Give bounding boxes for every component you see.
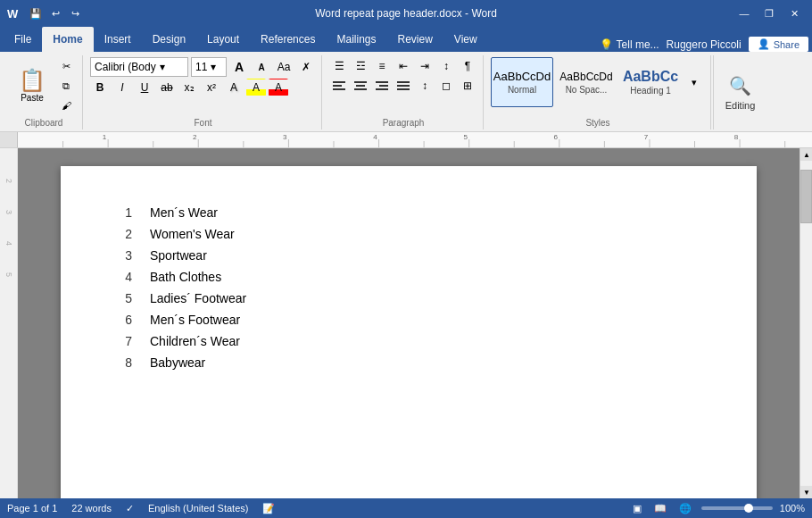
align-center-button[interactable] xyxy=(351,77,370,95)
format-painter-button[interactable]: 🖌 xyxy=(55,96,77,114)
web-layout-button[interactable]: 🌐 xyxy=(676,503,694,514)
cut-button[interactable]: ✂ xyxy=(55,57,77,75)
increase-indent-button[interactable]: ⇥ xyxy=(415,57,435,75)
spell-check-icon[interactable]: ✓ xyxy=(126,503,134,514)
item-num-8: 8 xyxy=(114,355,150,370)
svg-text:6: 6 xyxy=(554,133,559,141)
style-normal-preview: AaBbCcDd xyxy=(493,70,551,84)
zoom-level: 100% xyxy=(780,503,805,514)
superscript-button[interactable]: x² xyxy=(202,79,221,96)
zoom-thumb[interactable] xyxy=(744,504,753,513)
underline-button[interactable]: U xyxy=(135,79,154,96)
font-row-1: Calibri (Body ▾ 11 ▾ A A Aa ✗ xyxy=(90,57,316,77)
ribbon-right: 💡 Tell me... Ruggero Piccoli 👤 Share xyxy=(600,37,808,52)
item-text-3: Sportwear xyxy=(150,248,703,263)
subscript-button[interactable]: x₂ xyxy=(179,79,199,96)
font-shrink-button[interactable]: A xyxy=(252,58,271,76)
language[interactable]: English (United States) xyxy=(148,503,249,514)
tab-view[interactable]: View xyxy=(443,27,488,52)
highlight-button[interactable]: A xyxy=(246,79,266,96)
tab-mailings[interactable]: Mailings xyxy=(326,27,386,52)
line-spacing-button[interactable]: ↕ xyxy=(415,77,435,95)
svg-rect-5 xyxy=(354,88,367,90)
paste-button[interactable]: 📋 Paste xyxy=(11,63,54,109)
restore-button[interactable]: ❐ xyxy=(758,4,780,22)
font-size-selector[interactable]: 11 ▾ xyxy=(191,57,227,77)
strikethrough-button[interactable]: ab xyxy=(157,79,177,96)
title-bar-left: W 💾 ↩ ↪ xyxy=(7,4,84,22)
scroll-thumb[interactable] xyxy=(800,170,812,223)
ribbon: 📋 Paste ✂ ⧉ 🖌 Clipboard Calibri (Body ▾ … xyxy=(0,52,812,132)
svg-text:8: 8 xyxy=(734,133,739,141)
sidebar-ruler-5: 5 xyxy=(4,272,13,277)
ribbon-tabs: File Home Insert Design Layout Reference… xyxy=(0,27,812,52)
numbering-button[interactable]: ☲ xyxy=(351,57,370,75)
svg-rect-6 xyxy=(376,81,388,83)
text-effect-button[interactable]: A xyxy=(224,79,244,96)
sidebar-left: 2 3 4 5 xyxy=(0,148,18,498)
copy-button[interactable]: ⧉ xyxy=(55,77,77,95)
list-item: 1 Men´s Wear xyxy=(114,202,703,223)
shading-button[interactable]: ◻ xyxy=(436,77,456,95)
tab-insert[interactable]: Insert xyxy=(94,27,142,52)
item-num-6: 6 xyxy=(114,313,150,327)
styles-more-button[interactable]: ▾ xyxy=(684,73,705,91)
read-mode-button[interactable]: 📖 xyxy=(651,503,669,514)
style-no-space[interactable]: AaBbCcDd No Spac... xyxy=(555,57,617,107)
tab-design[interactable]: Design xyxy=(142,27,196,52)
scroll-down-button[interactable]: ▼ xyxy=(800,486,812,498)
print-layout-button[interactable]: ▣ xyxy=(630,503,644,514)
undo-icon[interactable]: ↩ xyxy=(46,4,64,22)
tab-layout[interactable]: Layout xyxy=(196,27,250,52)
tab-references[interactable]: References xyxy=(250,27,326,52)
align-left-button[interactable] xyxy=(329,77,349,95)
sidebar-ruler: 2 xyxy=(4,179,13,183)
decrease-indent-button[interactable]: ⇤ xyxy=(394,57,413,75)
main-area: 2 3 4 5 1 Men´s Wear 2 Women's Wear 3 Sp… xyxy=(0,148,812,498)
multilevel-button[interactable]: ≡ xyxy=(372,57,392,75)
style-normal[interactable]: AaBbCcDd Normal xyxy=(491,57,553,107)
close-button[interactable]: ✕ xyxy=(783,4,805,22)
scrollbar[interactable]: ▲ ▼ xyxy=(800,148,812,498)
redo-icon[interactable]: ↪ xyxy=(66,4,84,22)
tab-review[interactable]: Review xyxy=(386,27,443,52)
item-num-4: 4 xyxy=(114,270,150,284)
svg-rect-2 xyxy=(333,88,345,90)
svg-rect-8 xyxy=(376,88,388,90)
font-case-button[interactable]: Aa xyxy=(274,58,294,76)
document-page: 1 Men´s Wear 2 Women's Wear 3 Sportwear … xyxy=(61,166,757,498)
font-grow-button[interactable]: A xyxy=(229,58,249,76)
para-row-2: ↕ ◻ ⊞ xyxy=(329,77,477,95)
share-button[interactable]: 👤 Share xyxy=(749,37,808,52)
show-hide-button[interactable]: ¶ xyxy=(458,57,477,75)
font-clear-button[interactable]: ✗ xyxy=(296,58,316,76)
style-heading1[interactable]: AaBbCc Heading 1 xyxy=(619,57,682,107)
list-item: 5 Ladies´ Footwear xyxy=(114,288,703,309)
borders-button[interactable]: ⊞ xyxy=(458,77,477,95)
font-name-selector[interactable]: Calibri (Body ▾ xyxy=(90,57,188,77)
tell-me-input[interactable]: 💡 Tell me... xyxy=(600,38,659,51)
tab-file[interactable]: File xyxy=(4,27,42,52)
style-normal-label: Normal xyxy=(508,85,536,95)
bold-button[interactable]: B xyxy=(90,79,110,96)
svg-text:4: 4 xyxy=(373,133,377,141)
sort-button[interactable]: ↕ xyxy=(436,57,456,75)
save-icon[interactable]: 💾 xyxy=(27,4,45,22)
justify-button[interactable] xyxy=(394,77,413,95)
bullets-button[interactable]: ☰ xyxy=(329,57,349,75)
tab-home[interactable]: Home xyxy=(42,27,93,52)
item-text-7: Children´s Wear xyxy=(150,334,703,348)
minimize-button[interactable]: — xyxy=(733,4,755,22)
document-area[interactable]: 1 Men´s Wear 2 Women's Wear 3 Sportwear … xyxy=(18,148,800,498)
track-changes-icon[interactable]: 📝 xyxy=(262,503,275,514)
italic-button[interactable]: I xyxy=(112,79,132,96)
editing-panel: 🔍 Editing xyxy=(713,55,766,130)
ruler: 1 2 3 4 5 6 7 8 xyxy=(0,132,812,148)
item-text-8: Babywear xyxy=(150,355,703,370)
zoom-slider[interactable] xyxy=(701,506,773,510)
font-color-button[interactable]: A xyxy=(269,79,288,96)
font-name-text: Calibri (Body xyxy=(95,61,156,73)
font-group: Calibri (Body ▾ 11 ▾ A A Aa ✗ B I U ab x… xyxy=(85,55,322,130)
align-right-button[interactable] xyxy=(372,77,392,95)
scroll-up-button[interactable]: ▲ xyxy=(800,148,812,161)
